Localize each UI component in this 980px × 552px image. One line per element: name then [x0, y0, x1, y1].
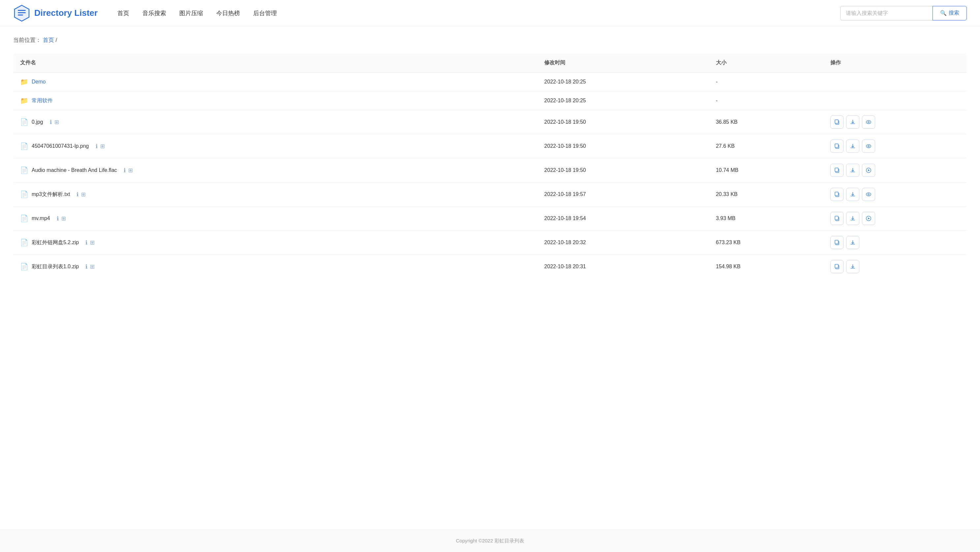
nav-item-admin[interactable]: 后台管理 [253, 8, 277, 19]
nav-item-music[interactable]: 音乐搜索 [142, 8, 166, 19]
file-time: 2022-10-18 20:32 [538, 231, 710, 255]
file-name: mv.mp4 [32, 215, 50, 222]
copy-button[interactable] [830, 115, 843, 129]
svg-rect-3 [18, 14, 23, 16]
file-time: 2022-10-18 19:50 [538, 110, 710, 134]
qr-icon[interactable]: ⊞ [90, 263, 95, 270]
qr-icon[interactable]: ⊞ [100, 143, 105, 150]
qr-icon[interactable]: ⊞ [61, 215, 66, 222]
file-size: 27.6 KB [710, 134, 824, 158]
svg-point-10 [866, 145, 871, 148]
footer-text: Copyright ©2022 彩虹目录列表 [456, 538, 524, 543]
search-icon: 🔍 [940, 10, 947, 16]
file-name: 彩虹外链网盘5.2.zip [32, 239, 79, 246]
info-icon[interactable]: ℹ [124, 167, 126, 174]
file-size: 3.93 MB [710, 207, 824, 231]
file-size: 154.98 KB [710, 255, 824, 279]
logo[interactable]: Directory Lister [13, 5, 97, 22]
info-icon[interactable]: ℹ [50, 119, 52, 126]
svg-rect-9 [835, 144, 838, 147]
file-name: mp3文件解析.txt [32, 191, 70, 198]
play-button[interactable] [862, 164, 875, 177]
search-button[interactable]: 🔍 搜索 [932, 6, 967, 21]
info-icon[interactable]: ℹ [76, 191, 78, 198]
copy-button[interactable] [830, 188, 843, 201]
copy-button[interactable] [830, 164, 843, 177]
file-name: 0.jpg [32, 119, 43, 125]
table-row: 📄Audio machine - Breath And Life.flacℹ⊞2… [14, 158, 967, 182]
download-button[interactable] [846, 212, 859, 225]
svg-rect-5 [835, 120, 838, 123]
file-name: 45047061007431-lp.png [32, 143, 89, 149]
file-icon: 📄 [20, 239, 29, 246]
info-icon[interactable]: ℹ [95, 143, 97, 150]
svg-point-18 [866, 193, 871, 196]
file-time: 2022-10-18 19:50 [538, 134, 710, 158]
copy-button[interactable] [830, 140, 843, 153]
copy-button[interactable] [830, 260, 843, 273]
copy-button[interactable] [830, 236, 843, 249]
file-icon: 📄 [20, 263, 29, 271]
download-button[interactable] [846, 188, 859, 201]
nav-item-image[interactable]: 图片压缩 [179, 8, 203, 19]
col-header-ops: 操作 [824, 53, 967, 73]
nav-item-home[interactable]: 首页 [117, 8, 129, 19]
svg-marker-23 [868, 217, 870, 219]
col-header-name: 文件名 [14, 53, 538, 73]
svg-rect-13 [835, 168, 838, 172]
play-button[interactable] [862, 212, 875, 225]
svg-rect-1 [18, 10, 26, 11]
breadcrumb-home[interactable]: 首页 [43, 37, 54, 43]
file-time: 2022-10-18 19:50 [538, 158, 710, 182]
copy-button[interactable] [830, 212, 843, 225]
info-icon[interactable]: ℹ [85, 239, 88, 246]
nav-item-hot[interactable]: 今日热榜 [216, 8, 240, 19]
folder-icon: 📁 [20, 78, 29, 86]
preview-button[interactable] [862, 140, 875, 153]
file-icon: 📄 [20, 214, 29, 222]
preview-button[interactable] [862, 188, 875, 201]
table-row: 📄彩虹目录列表1.0.zipℹ⊞2022-10-18 20:31154.98 K… [14, 255, 967, 279]
logo-icon [13, 5, 30, 22]
breadcrumb-prefix: 当前位置： [13, 37, 41, 43]
preview-button[interactable] [862, 115, 875, 129]
table-row: 📄45047061007431-lp.pngℹ⊞2022-10-18 19:50… [14, 134, 967, 158]
search-area: 🔍 搜索 [840, 6, 967, 21]
svg-rect-27 [835, 264, 838, 268]
download-button[interactable] [846, 140, 859, 153]
col-header-size: 大小 [710, 53, 824, 73]
file-icon: 📄 [20, 142, 29, 150]
svg-rect-25 [835, 240, 838, 244]
file-name[interactable]: Demo [32, 79, 46, 85]
folder-icon: 📁 [20, 97, 29, 105]
svg-point-6 [866, 120, 871, 124]
main-content: 当前位置： 首页 / 文件名 修改时间 大小 操作 📁Demo2022-10-1… [0, 26, 980, 530]
table-header-row: 文件名 修改时间 大小 操作 [14, 53, 967, 73]
file-icon: 📄 [20, 118, 29, 126]
info-icon[interactable]: ℹ [57, 215, 59, 222]
search-input[interactable] [840, 6, 932, 21]
breadcrumb: 当前位置： 首页 / [13, 36, 967, 44]
col-header-time: 修改时间 [538, 53, 710, 73]
qr-icon[interactable]: ⊞ [128, 167, 133, 174]
qr-icon[interactable]: ⊞ [54, 119, 59, 126]
breadcrumb-separator: / [56, 37, 57, 43]
file-size: 673.23 KB [710, 231, 824, 255]
download-button[interactable] [846, 115, 859, 129]
file-time: 2022-10-18 20:31 [538, 255, 710, 279]
qr-icon[interactable]: ⊞ [81, 191, 86, 198]
download-button[interactable] [846, 164, 859, 177]
file-icon: 📄 [20, 190, 29, 198]
download-button[interactable] [846, 260, 859, 273]
file-name[interactable]: 常用软件 [32, 97, 53, 104]
table-row: 📄彩虹外链网盘5.2.zipℹ⊞2022-10-18 20:32673.23 K… [14, 231, 967, 255]
table-row: 📁Demo2022-10-18 20:25- [14, 73, 967, 91]
info-icon[interactable]: ℹ [85, 263, 88, 270]
footer: Copyright ©2022 彩虹目录列表 [0, 530, 980, 552]
svg-point-11 [868, 145, 869, 147]
qr-icon[interactable]: ⊞ [90, 239, 95, 246]
download-button[interactable] [846, 236, 859, 249]
file-table: 文件名 修改时间 大小 操作 📁Demo2022-10-18 20:25-📁常用… [13, 53, 967, 279]
header: Directory Lister 首页 音乐搜索 图片压缩 今日热榜 后台管理 … [0, 0, 980, 26]
table-row: 📄mp3文件解析.txtℹ⊞2022-10-18 19:5720.33 KB [14, 182, 967, 207]
